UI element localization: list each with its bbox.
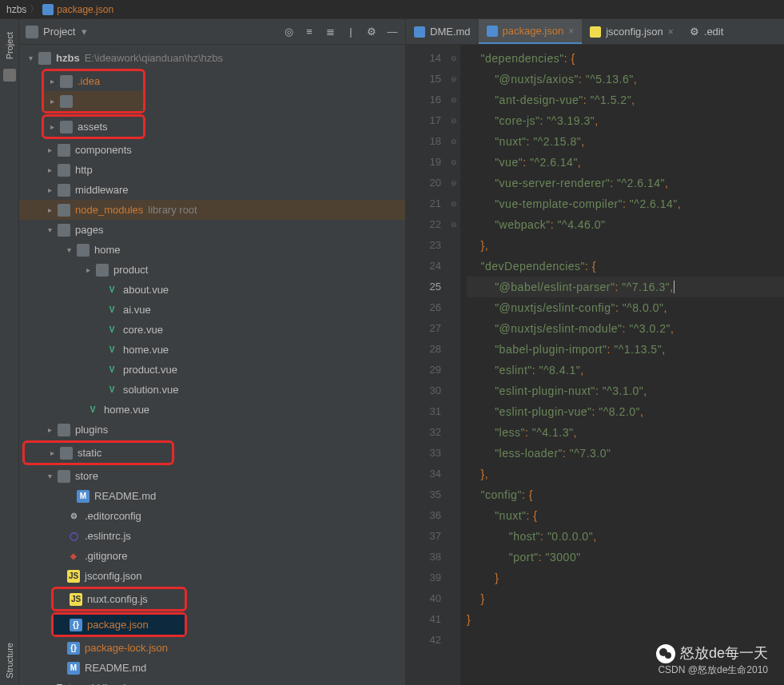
tree-assets[interactable]: ▸assets xyxy=(44,117,143,137)
fold-gutter[interactable]: ⊖⊖⊖⊖⊖⊖⊖⊖⊖ xyxy=(448,45,460,685)
json-icon xyxy=(42,4,54,15)
tree-static[interactable]: ▸static xyxy=(25,443,172,463)
tree-jsconfig[interactable]: ▸JSjsconfig.json xyxy=(19,566,405,586)
panel-title[interactable]: Project ▾ xyxy=(43,26,282,38)
chevron-right-icon: 〉 xyxy=(30,2,39,16)
close-icon[interactable]: × xyxy=(668,26,674,38)
tree-editorconfig[interactable]: ▸⚙.editorconfig xyxy=(19,506,405,526)
tree-product-vue[interactable]: ▸Vproduct.vue xyxy=(19,360,405,380)
tree-home[interactable]: ▾home xyxy=(19,240,405,260)
git-icon: ◆ xyxy=(67,550,80,563)
gear-icon: ⚙ xyxy=(690,26,699,38)
folder-icon xyxy=(60,121,73,133)
json-icon xyxy=(487,26,498,37)
folder-icon xyxy=(60,95,73,108)
md-icon xyxy=(414,26,425,38)
folder-icon xyxy=(58,424,70,436)
js-icon: JS xyxy=(67,570,80,583)
hide-icon[interactable]: — xyxy=(386,26,399,38)
tree-home-vue[interactable]: ▸Vhome.vue xyxy=(19,340,405,360)
folder-icon xyxy=(60,447,73,460)
crumb-root[interactable]: hzbs xyxy=(6,4,26,15)
rail-project[interactable]: Project xyxy=(5,32,14,59)
project-tree[interactable]: ▾hzbsE:\ideawork\qianduan\hz\hzbs ▸.idea… xyxy=(19,45,405,685)
js-icon xyxy=(590,26,601,38)
vue-icon: V xyxy=(86,404,99,416)
md-icon: M xyxy=(67,662,80,675)
close-icon[interactable]: × xyxy=(568,26,574,37)
tree-middleware[interactable]: ▸middleware xyxy=(19,180,405,200)
expand-icon[interactable]: ≡ xyxy=(303,26,316,38)
folder-icon xyxy=(38,52,51,65)
md-icon: M xyxy=(77,490,90,503)
gear-icon[interactable]: ⚙ xyxy=(365,26,378,38)
vue-icon: V xyxy=(105,304,118,317)
folder-icon xyxy=(58,224,70,237)
tree-ai-vue[interactable]: ▸Vai.vue xyxy=(19,300,405,320)
tree-components[interactable]: ▸components xyxy=(19,140,405,160)
tree-solution-vue[interactable]: ▸Vsolution.vue xyxy=(19,380,405,400)
tree-eslintrc[interactable]: ▸◯.eslintrc.js xyxy=(19,526,405,546)
breadcrumb: hzbs 〉 package.json xyxy=(0,0,784,19)
project-panel: Project ▾ ◎ ≡ ≣ | ⚙ — ▾hzbsE:\ideawork\q… xyxy=(19,19,406,685)
divider-icon: | xyxy=(344,26,357,38)
tree-store[interactable]: ▾store xyxy=(19,466,405,486)
rail-icon[interactable] xyxy=(3,69,16,82)
folder-icon xyxy=(26,26,38,38)
editor-pane: DME.md package.json× jsconfig.json× ⚙.ed… xyxy=(406,19,784,685)
tree-home-vue2[interactable]: ▸Vhome.vue xyxy=(19,400,405,420)
tree-root[interactable]: ▾hzbsE:\ideawork\qianduan\hz\hzbs xyxy=(19,48,405,68)
folder-icon xyxy=(58,470,70,483)
tool-rail-left: Project Structure xyxy=(0,19,19,685)
target-icon[interactable]: ◎ xyxy=(282,26,295,38)
vue-icon: V xyxy=(105,284,118,297)
chevron-down-icon: ▾ xyxy=(78,26,87,38)
rail-structure[interactable]: Structure xyxy=(5,643,14,679)
folder-icon xyxy=(58,164,70,177)
tree-packagelock[interactable]: ▸{}package-lock.json xyxy=(19,638,405,658)
vue-icon: V xyxy=(105,324,118,337)
folder-icon xyxy=(58,144,70,157)
folder-icon xyxy=(58,184,70,197)
folder-icon xyxy=(77,244,90,257)
folder-icon xyxy=(58,204,70,217)
tree-readme[interactable]: ▸MREADME.md xyxy=(19,486,405,506)
tab-dme[interactable]: DME.md xyxy=(406,19,479,44)
tree-idea[interactable]: ▸.idea xyxy=(44,71,143,91)
tree-product[interactable]: ▸product xyxy=(19,260,405,280)
tree-gitignore[interactable]: ▸◆.gitignore xyxy=(19,546,405,566)
tree-about-vue[interactable]: ▸Vabout.vue xyxy=(19,280,405,300)
panel-header: Project ▾ ◎ ≡ ≣ | ⚙ — xyxy=(19,19,405,45)
library-icon: ▮▮ xyxy=(38,682,51,686)
gear-icon: ⚙ xyxy=(67,510,80,523)
tree-http[interactable]: ▸http xyxy=(19,160,405,180)
js-icon: JS xyxy=(70,593,82,606)
line-gutter: 1415161718192021222324252627282930313233… xyxy=(406,45,448,685)
tree-plugins[interactable]: ▸plugins xyxy=(19,420,405,440)
vue-icon: V xyxy=(105,384,118,396)
tree-node-modules[interactable]: ▸node_moduleslibrary root xyxy=(19,200,405,220)
code-content[interactable]: "dependencies": { "@nuxtjs/axios": "^5.1… xyxy=(460,45,784,685)
tree-pages[interactable]: ▾pages xyxy=(19,220,405,240)
folder-icon xyxy=(96,264,109,277)
vue-icon: V xyxy=(105,364,118,376)
tree-nuxt[interactable]: ▸ xyxy=(44,91,143,111)
collapse-icon[interactable]: ≣ xyxy=(324,26,336,38)
tree-readme2[interactable]: ▸MREADME.md xyxy=(19,658,405,678)
eslint-icon: ◯ xyxy=(67,530,80,543)
json-icon: {} xyxy=(67,642,80,655)
tab-jsconfig[interactable]: jsconfig.json× xyxy=(582,19,682,44)
vue-icon: V xyxy=(105,344,118,356)
folder-icon xyxy=(60,75,73,88)
tree-core-vue[interactable]: ▸Vcore.vue xyxy=(19,320,405,340)
tab-edit[interactable]: ⚙.edit xyxy=(682,19,732,44)
json-icon: {} xyxy=(70,619,82,631)
crumb-file[interactable]: package.json xyxy=(57,4,113,15)
tab-package[interactable]: package.json× xyxy=(479,19,583,44)
tree-extlib[interactable]: ▸▮▮External Libraries xyxy=(19,678,405,685)
tree-nuxtconfig[interactable]: ▸JSnuxt.config.js xyxy=(54,589,185,609)
editor-tabs: DME.md package.json× jsconfig.json× ⚙.ed… xyxy=(406,19,784,45)
tree-packagejson[interactable]: ▸{}package.json xyxy=(54,615,185,635)
